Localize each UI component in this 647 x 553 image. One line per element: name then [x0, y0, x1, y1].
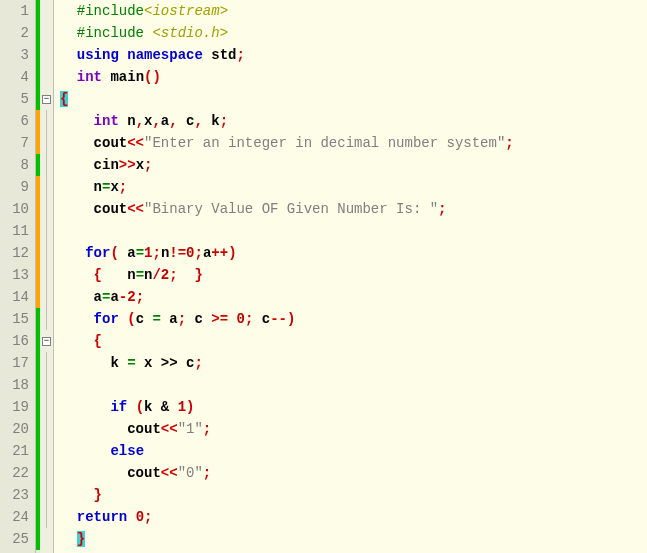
fold-toggle-icon[interactable]: − [42, 337, 51, 346]
line-number: 1 [0, 0, 29, 22]
code-line: for (c = a; c >= 0; c--) [60, 308, 647, 330]
line-number: 25 [0, 528, 29, 550]
code-area[interactable]: #include<iostream> #include <stdio.h> us… [54, 0, 647, 553]
line-number: 14 [0, 286, 29, 308]
code-line: for( a=1;n!=0;a++) [60, 242, 647, 264]
code-line: using namespace std; [60, 44, 647, 66]
line-number: 2 [0, 22, 29, 44]
line-number-gutter: 1 2 3 4 5 6 7 8 9 10 11 12 13 14 15 16 1… [0, 0, 36, 553]
code-line: if (k & 1) [60, 396, 647, 418]
code-line: cout<<"Binary Value OF Given Number Is: … [60, 198, 647, 220]
line-number: 22 [0, 462, 29, 484]
line-number: 15 [0, 308, 29, 330]
line-number: 20 [0, 418, 29, 440]
line-number: 12 [0, 242, 29, 264]
line-number: 8 [0, 154, 29, 176]
code-line: cout<<"0"; [60, 462, 647, 484]
code-line: int n,x,a, c, k; [60, 110, 647, 132]
line-number: 24 [0, 506, 29, 528]
line-number: 23 [0, 484, 29, 506]
code-line: cout<<"Enter an integer in decimal numbe… [60, 132, 647, 154]
code-line: n=x; [60, 176, 647, 198]
line-number: 18 [0, 374, 29, 396]
line-number: 9 [0, 176, 29, 198]
code-line: k = x >> c; [60, 352, 647, 374]
code-line [60, 374, 647, 396]
code-line: #include<iostream> [60, 0, 647, 22]
line-number: 11 [0, 220, 29, 242]
code-line [60, 220, 647, 242]
fold-column: − − [40, 0, 54, 553]
line-number: 5 [0, 88, 29, 110]
line-number: 16 [0, 330, 29, 352]
code-line: { n=n/2; } [60, 264, 647, 286]
code-line: a=a-2; [60, 286, 647, 308]
line-number: 4 [0, 66, 29, 88]
line-number: 6 [0, 110, 29, 132]
code-line: } [60, 528, 647, 550]
code-line: cin>>x; [60, 154, 647, 176]
code-line: else [60, 440, 647, 462]
fold-toggle-icon[interactable]: − [42, 95, 51, 104]
code-line: return 0; [60, 506, 647, 528]
code-line: { [60, 330, 647, 352]
line-number: 10 [0, 198, 29, 220]
line-number: 19 [0, 396, 29, 418]
code-line: int main() [60, 66, 647, 88]
code-line: cout<<"1"; [60, 418, 647, 440]
code-line: #include <stdio.h> [60, 22, 647, 44]
line-number: 7 [0, 132, 29, 154]
line-number: 21 [0, 440, 29, 462]
code-line: } [60, 484, 647, 506]
code-line: { [60, 88, 647, 110]
line-number: 13 [0, 264, 29, 286]
line-number: 17 [0, 352, 29, 374]
code-editor: 1 2 3 4 5 6 7 8 9 10 11 12 13 14 15 16 1… [0, 0, 647, 553]
line-number: 3 [0, 44, 29, 66]
